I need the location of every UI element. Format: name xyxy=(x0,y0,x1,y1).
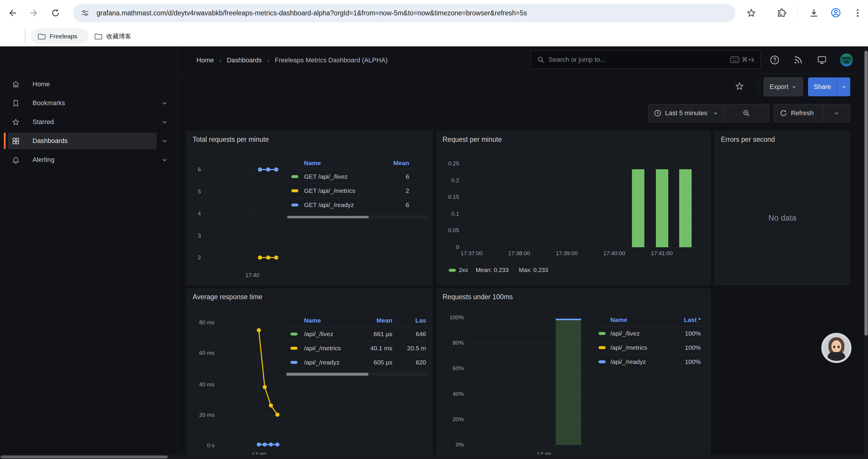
legend-row[interactable]: /api/_/livez 661 µs 646 xyxy=(286,327,428,341)
refresh-interval-dropdown[interactable] xyxy=(824,104,850,122)
chevron-down-icon[interactable] xyxy=(161,119,168,126)
gridline xyxy=(203,192,286,192)
search-shortcut: ⌘+k xyxy=(730,56,754,63)
chevron-down-icon xyxy=(791,84,797,90)
search-input[interactable]: Search or jump to... ⌘+k xyxy=(531,51,761,69)
menu-kebab-icon[interactable] xyxy=(852,8,863,18)
sidebar-item-label: Bookmarks xyxy=(32,99,65,107)
x-axis-tick: 17:40 xyxy=(239,272,266,278)
legend-table: Name Mean Las /api/_/livez 661 µs 646 /a… xyxy=(286,314,428,369)
chevron-down-icon[interactable] xyxy=(161,137,168,144)
horizontal-scrollbar-thumb[interactable] xyxy=(1,455,168,458)
panel-title[interactable]: Errors per second xyxy=(721,136,775,143)
sidebar-item-bookmarks[interactable]: Bookmarks xyxy=(0,94,177,112)
legend-row[interactable]: /api/_/livez 100% xyxy=(593,326,706,340)
refresh-button[interactable]: Refresh xyxy=(774,104,823,122)
y-axis-tick: 5 xyxy=(189,189,201,195)
legend-row[interactable]: GET /api/_/livez 6 xyxy=(286,169,428,184)
y-axis-tick: 60% xyxy=(440,365,464,371)
profile-icon[interactable] xyxy=(831,8,841,18)
sidebar-item-starred[interactable]: Starred xyxy=(0,113,177,131)
breadcrumb-dashboards[interactable]: Dashboards xyxy=(227,57,262,64)
series-swatch xyxy=(598,360,606,363)
share-button[interactable]: Share xyxy=(808,83,837,91)
rss-icon[interactable] xyxy=(793,55,803,65)
gridline xyxy=(217,353,284,353)
breadcrumb: Home › Dashboards › Freeleaps Metrics Da… xyxy=(196,46,388,74)
chevron-down-icon[interactable] xyxy=(161,100,168,107)
assistant-avatar[interactable] xyxy=(821,333,851,363)
bookmarks-bar: Freeleaps 收藏博客 xyxy=(0,26,868,46)
chevron-down-icon[interactable] xyxy=(161,156,168,163)
refresh-label: Refresh xyxy=(791,109,814,117)
legend-col-name[interactable]: Name xyxy=(304,160,374,167)
legend-row[interactable]: /api/_/metrics 100% xyxy=(593,340,706,355)
legend-scrollbar[interactable] xyxy=(286,215,428,219)
gridline xyxy=(466,318,590,318)
y-axis-tick: 20% xyxy=(440,416,464,423)
legend-row[interactable]: GET /api/_/metrics 2 xyxy=(286,184,428,198)
zoom-out-button[interactable] xyxy=(723,104,769,122)
legend-col-name[interactable]: Name xyxy=(610,316,665,323)
search-placeholder: Search or jump to... xyxy=(549,56,730,64)
series-swatch xyxy=(598,346,606,349)
home-icon xyxy=(12,80,20,88)
download-icon[interactable] xyxy=(809,8,819,18)
legend-row[interactable]: /api/_/metrics 40.1 ms 20.5 m xyxy=(286,341,428,355)
folder-icon xyxy=(94,32,102,40)
legend-col-name[interactable]: Name xyxy=(304,317,351,324)
legend-col-mean[interactable]: Mean xyxy=(351,317,392,324)
series-swatch xyxy=(290,361,298,364)
legend-col-last[interactable]: Las xyxy=(392,317,426,324)
sidebar: Home Bookmarks Starred xyxy=(0,46,177,459)
bookmark-star-icon[interactable] xyxy=(746,8,756,18)
y-axis-tick: 60 ms xyxy=(191,350,215,356)
y-axis-tick: 0.15 xyxy=(441,194,459,200)
user-avatar[interactable] xyxy=(840,54,853,66)
sidebar-item-alerting[interactable]: Alerting xyxy=(0,151,177,169)
gridline xyxy=(217,415,284,415)
legend-row[interactable]: /api/_/readyz 100% xyxy=(593,355,706,369)
bookmarks-divider xyxy=(25,29,25,43)
star-icon xyxy=(12,118,20,126)
url-bar[interactable]: grafana.mathmast.com/d/deytv4rwavabkb/fr… xyxy=(73,4,736,22)
x-axis-tick: 17:37:00 xyxy=(451,250,492,257)
x-axis-tick: 17:40:00 xyxy=(593,250,635,257)
legend-inline[interactable]: 2xx Mean: 0.233 Max: 0.233 xyxy=(449,267,548,273)
back-icon[interactable] xyxy=(8,8,18,18)
vertical-scrollbar-thumb[interactable] xyxy=(864,51,868,335)
favorite-dashboard-star-icon[interactable] xyxy=(735,81,744,91)
legend-scrollbar[interactable] xyxy=(286,372,428,376)
legend-row[interactable]: /api/_/readyz 605 µs 620 xyxy=(286,355,428,369)
sidebar-brand-row xyxy=(0,46,177,68)
monitor-icon[interactable] xyxy=(817,55,827,65)
export-button[interactable]: Export xyxy=(764,77,803,96)
y-axis-tick: 0 xyxy=(441,244,459,251)
extensions-icon[interactable] xyxy=(777,8,787,18)
breadcrumb-home[interactable]: Home xyxy=(196,57,214,64)
active-item-background xyxy=(8,133,157,149)
series-swatch xyxy=(290,347,298,350)
legend-col-mean[interactable]: Mean xyxy=(374,160,409,167)
tune-icon[interactable] xyxy=(81,8,90,18)
bookmark-folder-freeleaps[interactable]: Freeleaps xyxy=(37,26,77,46)
legend-row[interactable]: GET /api/_/readyz 6 xyxy=(286,198,428,212)
share-button-group: Share xyxy=(808,77,850,96)
share-dropdown-button[interactable] xyxy=(837,84,850,90)
sidebar-item-dashboards[interactable]: Dashboards xyxy=(0,132,177,150)
bookmark-folder-blogs[interactable]: 收藏博客 xyxy=(94,26,131,46)
panel-total-requests: Total requests per minute 6543217:40 Nam… xyxy=(186,131,433,285)
legend-table: Name Mean GET /api/_/livez 6 GET /api/_/… xyxy=(286,157,428,212)
time-range-label: Last 5 minutes xyxy=(665,109,707,117)
refresh-group: Refresh xyxy=(773,104,850,122)
legend-col-last[interactable]: Last * xyxy=(665,316,701,323)
sidebar-item-home[interactable]: Home xyxy=(0,75,177,93)
chart-area[interactable]: 0.250.20.150.10.05017:37:0017:38:0017:39… xyxy=(437,131,710,285)
time-range-picker[interactable]: Last 5 minutes xyxy=(649,104,723,122)
forward-icon[interactable] xyxy=(29,8,39,18)
y-axis-tick: 100% xyxy=(440,314,464,321)
active-item-accent xyxy=(4,133,6,149)
help-icon[interactable] xyxy=(770,55,780,65)
reload-icon[interactable] xyxy=(51,8,61,18)
bookmark-icon xyxy=(12,99,20,107)
